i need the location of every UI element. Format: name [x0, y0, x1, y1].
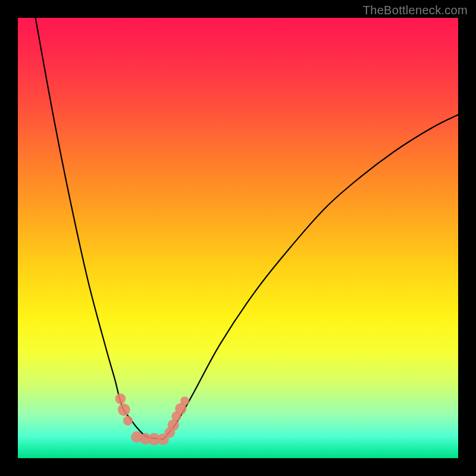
valley-marker [115, 393, 126, 404]
right-curve [163, 115, 458, 439]
valley-marker [168, 419, 179, 431]
valley-marker [118, 403, 130, 416]
chart-stage: TheBottleneck.com [0, 0, 476, 476]
plot-area [18, 18, 458, 458]
watermark-text: TheBottleneck.com [363, 4, 468, 17]
marker-group [115, 393, 189, 445]
curve-layer [18, 18, 458, 458]
valley-marker [123, 416, 133, 425]
valley-marker [180, 396, 189, 405]
left-curve [36, 18, 164, 439]
